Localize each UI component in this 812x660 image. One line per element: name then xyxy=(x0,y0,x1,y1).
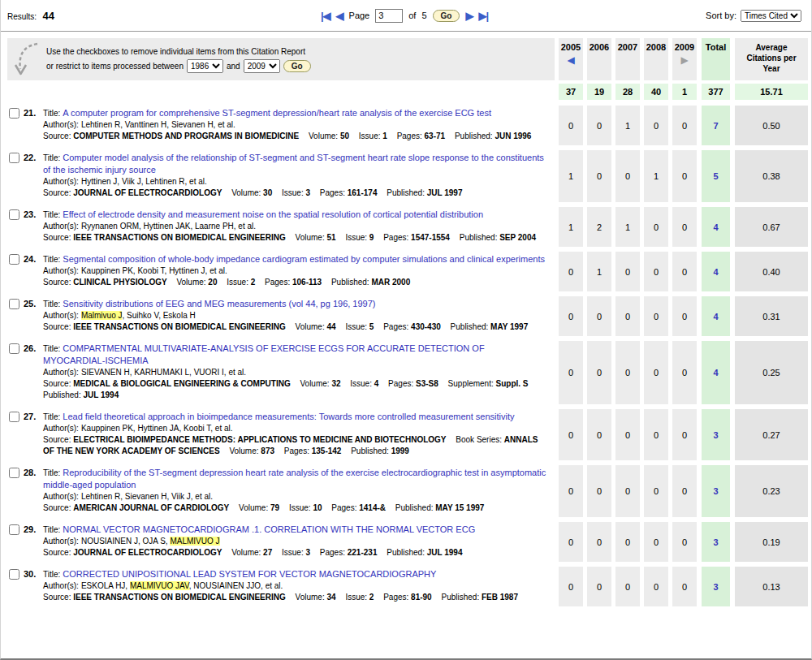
source-field: Volume: 32 xyxy=(300,379,340,388)
authors-label: Author(s): xyxy=(43,311,79,320)
total-citations-link[interactable]: 7 xyxy=(702,106,730,145)
next-page-icon[interactable]: ▶ xyxy=(465,11,473,21)
record-title-link[interactable]: Reproducibility of the ST-segment depres… xyxy=(43,468,546,490)
record-checkbox[interactable] xyxy=(9,468,19,478)
total-citations-link[interactable]: 4 xyxy=(702,207,730,247)
authors-label: Author(s): xyxy=(43,537,79,546)
record-title-link[interactable]: Lead field theoretical approach in bioim… xyxy=(63,412,514,421)
year-to-select[interactable]: 2009 xyxy=(244,59,280,73)
authors-label: Author(s): xyxy=(43,424,79,433)
page-number-input[interactable] xyxy=(375,9,403,23)
record-checkbox[interactable] xyxy=(9,254,19,265)
source-field-value: 3 xyxy=(305,188,310,197)
source-field: Volume: 34 xyxy=(296,593,336,602)
source-line: Source: IEEE TRANSACTIONS ON BIOMEDICAL … xyxy=(43,592,548,603)
results-list: 21. Title:A computer program for compreh… xyxy=(7,106,808,611)
title-label: Title: xyxy=(43,468,60,477)
source-field: Volume: 50 xyxy=(309,132,349,140)
source-field-label: Pages: xyxy=(383,322,411,331)
citation-record-row: 26. Title:COMPARTMENTAL MULTIVARIATE-ANA… xyxy=(7,341,808,404)
year-from-select[interactable]: 1986 xyxy=(187,59,223,73)
record-title-link[interactable]: Computer model analysis of the relations… xyxy=(43,153,544,175)
record-number: 22. xyxy=(24,153,36,162)
source-field-value: 30 xyxy=(263,188,272,197)
year-header-label: 2007 xyxy=(618,42,637,52)
sort-label: Sort by: xyxy=(706,11,736,20)
record-checkbox[interactable] xyxy=(9,524,19,535)
source-field: Source: MEDICAL & BIOLOGICAL ENGINEERING… xyxy=(43,379,291,388)
record-title-link[interactable]: Sensitivity distributions of EEG and MEG… xyxy=(63,299,375,308)
total-citations-link[interactable]: 4 xyxy=(702,296,730,336)
record-selector: 21. xyxy=(7,106,43,145)
author-names-text: NOUSIAINEN J, OJA S, xyxy=(81,537,170,546)
count-2005: 0 xyxy=(559,567,583,606)
summary-average: 15.71 xyxy=(735,84,808,100)
count-2008: 0 xyxy=(644,296,668,336)
count-2005: 0 xyxy=(559,106,583,145)
source-field-value: 51 xyxy=(326,233,335,242)
total-citations-link[interactable]: 3 xyxy=(702,567,730,606)
count-2005: 0 xyxy=(559,341,583,404)
total-citations-link[interactable]: 3 xyxy=(702,409,730,460)
title-label: Title: xyxy=(43,255,60,264)
source-field-label: Published: xyxy=(451,322,490,331)
results-label: Results: xyxy=(7,12,37,21)
record-title-link[interactable]: Segmental composition of whole-body impe… xyxy=(63,254,545,264)
summary-year-total: 1 xyxy=(672,84,697,100)
total-citations-link[interactable]: 4 xyxy=(702,341,730,404)
record-checkbox[interactable] xyxy=(9,209,19,220)
authors-names: Kauppinen PK, Koobi T, Hyttinen J, et al… xyxy=(81,266,227,275)
record-checkbox[interactable] xyxy=(9,153,19,163)
record-checkbox[interactable] xyxy=(9,108,19,119)
count-2006: 0 xyxy=(587,106,611,145)
sort-control: Sort by: Times Cited xyxy=(615,10,801,22)
first-page-icon[interactable]: |◀ xyxy=(321,11,330,21)
source-field-value: 63-71 xyxy=(425,132,446,140)
record-selector: 24. xyxy=(7,252,43,291)
average-citations: 0.27 xyxy=(735,409,808,460)
sort-select[interactable]: Times Cited xyxy=(741,10,801,22)
record-checkbox[interactable] xyxy=(9,412,19,422)
source-field: Issue: 2 xyxy=(345,593,374,602)
source-line: Source: IEEE TRANSACTIONS ON BIOMEDICAL … xyxy=(43,321,548,333)
record-title-link[interactable]: Effect of electrode density and measurem… xyxy=(63,209,483,219)
record-details: Title:Reproducibility of the ST-segment … xyxy=(43,465,555,517)
count-2006: 1 xyxy=(587,252,611,291)
total-citations-link[interactable]: 3 xyxy=(702,465,730,517)
citation-report-table: Use the checkboxes to remove individual … xyxy=(1,32,811,658)
year-column-header: 2009▶ xyxy=(672,38,697,80)
authors-names: Ryynanen ORM, Hyttinen JAK, Laarne PH, e… xyxy=(81,222,256,231)
page-go-button[interactable]: Go xyxy=(433,10,460,22)
source-field: Pages: 161-174 xyxy=(320,188,378,197)
record-selector: 23. xyxy=(7,207,43,247)
record-title-link[interactable]: CORRECTED UNIPOSITIONAL LEAD SYSTEM FOR … xyxy=(63,569,436,579)
shift-years-later-icon[interactable]: ▶ xyxy=(680,55,688,65)
record-title-link[interactable]: A computer program for comprehensive ST-… xyxy=(63,108,491,118)
total-citations-link[interactable]: 4 xyxy=(702,252,730,291)
source-field: Issue: 3 xyxy=(282,188,310,197)
citation-record-row: 28. Title:Reproducibility of the ST-segm… xyxy=(7,465,808,517)
summary-year-total: 37 xyxy=(559,84,583,100)
record-details: Title:COMPARTMENTAL MULTIVARIATE-ANALYSI… xyxy=(43,341,555,404)
shift-years-earlier-icon[interactable]: ◀ xyxy=(567,55,574,65)
source-field: Pages: 81-90 xyxy=(383,593,432,602)
total-citations-link[interactable]: 3 xyxy=(702,522,730,562)
citation-report-page: Results: 44 |◀ ◀ Page of 5 Go ▶ ▶| Sort … xyxy=(0,0,812,660)
count-2007: 1 xyxy=(615,106,640,145)
count-2009: 0 xyxy=(672,341,697,404)
last-page-icon[interactable]: ▶| xyxy=(478,11,488,21)
record-title-link[interactable]: COMPARTMENTAL MULTIVARIATE-ANALYSIS OF E… xyxy=(43,343,485,365)
title-label: Title: xyxy=(43,344,60,353)
record-title-link[interactable]: NORMAL VECTOR MAGNETOCARDIOGRAM .1. CORR… xyxy=(63,524,475,534)
record-checkbox[interactable] xyxy=(9,299,19,309)
record-number: 28. xyxy=(24,468,36,477)
total-citations-link[interactable]: 5 xyxy=(702,150,730,202)
authors-names: SIEVANEN H, KARHUMAKI L, VUORI I, et al. xyxy=(81,368,246,377)
previous-page-icon[interactable]: ◀ xyxy=(336,11,343,21)
count-2009: 0 xyxy=(672,207,697,247)
record-checkbox[interactable] xyxy=(9,569,19,580)
source-field: Pages: 1547-1554 xyxy=(383,233,450,242)
record-checkbox[interactable] xyxy=(9,343,19,354)
source-field-value: 221-231 xyxy=(348,548,378,557)
restrict-go-button[interactable]: Go xyxy=(283,60,311,72)
